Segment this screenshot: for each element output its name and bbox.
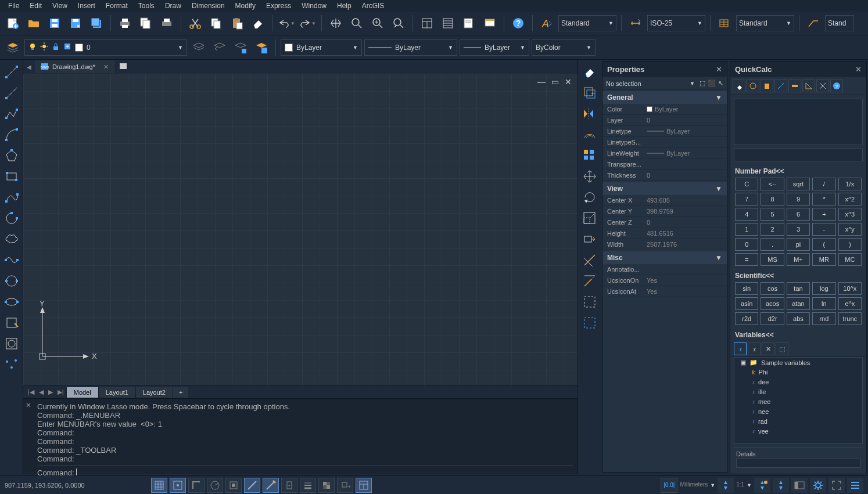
polar-toggle[interactable] (207, 478, 223, 493)
dynamic-input-toggle[interactable] (263, 478, 279, 493)
section-view[interactable]: View▼ (602, 182, 727, 195)
qc-history-button[interactable] (747, 80, 759, 92)
ray-tool[interactable] (2, 83, 21, 103)
menu-tools[interactable]: Tools (134, 1, 159, 11)
selection-combo[interactable]: No selection▼ ⬚ ⬛ ↖ (602, 77, 727, 90)
line-tool[interactable] (2, 62, 21, 82)
tab-prev-icon[interactable]: ◀ (23, 64, 35, 70)
grid-toggle[interactable] (151, 478, 167, 493)
pan-button[interactable] (327, 14, 345, 33)
numpad-label[interactable]: Number Pad<< (730, 165, 866, 178)
section-misc[interactable]: Misc▼ (602, 251, 727, 264)
extend-tool[interactable] (580, 271, 600, 291)
undo-button[interactable]: ▼ (277, 14, 296, 33)
calc-button[interactable]: + (812, 208, 835, 221)
polygon-tool[interactable] (2, 146, 21, 165)
calc-button[interactable]: 6 (787, 208, 810, 221)
command-window[interactable]: ✕ Currently in Window Lasso mode. Press … (23, 398, 578, 474)
layer-state-button[interactable] (189, 38, 208, 57)
scale-label[interactable]: 1:1 (736, 478, 744, 493)
var-delete-button[interactable]: ✕ (762, 342, 774, 355)
copy-tool[interactable]: + (580, 83, 600, 103)
tab-layout1[interactable]: Layout1 (98, 387, 135, 398)
tab-model[interactable]: Model (66, 387, 98, 398)
var-new-button[interactable]: 𝑥 (734, 342, 747, 355)
fillet-tool[interactable] (580, 313, 600, 333)
calc-button[interactable]: M+ (787, 253, 810, 266)
calc-button[interactable]: <-- (761, 178, 784, 190)
fullscreen-button[interactable] (828, 478, 845, 493)
hatch-tool[interactable] (2, 334, 21, 354)
calc-button[interactable]: atan (787, 297, 810, 310)
mleaderstyle-combo[interactable]: Stand (825, 15, 854, 31)
variables-list[interactable]: ▣📁Sample variables k Phi𝑥 dee𝑥 ille𝑥 mee… (734, 357, 863, 444)
calc-button[interactable]: MS (761, 253, 784, 266)
lwt-toggle[interactable]: + (281, 478, 297, 493)
calc-button[interactable]: 1 (735, 223, 758, 236)
calc-button[interactable]: cos (761, 282, 784, 295)
variable-row[interactable]: 𝑥 mee (734, 396, 862, 406)
restore-icon[interactable]: ▭ (551, 77, 559, 86)
polyline-tool[interactable] (2, 104, 21, 124)
circle-tool[interactable] (2, 271, 21, 291)
menu-express[interactable]: Express (261, 1, 296, 11)
linetype-combo[interactable]: ByLayer▼ (364, 39, 457, 56)
qc-angle-button[interactable] (802, 80, 815, 92)
calc-button[interactable]: x^y (838, 223, 862, 236)
zoom-window-button[interactable] (368, 14, 387, 33)
ellipse-tool[interactable] (2, 292, 21, 312)
scale-tool[interactable] (580, 208, 600, 228)
calc-button[interactable]: MR (812, 253, 835, 266)
selectall-icon[interactable]: ⬛ (708, 80, 716, 87)
open-button[interactable] (24, 14, 43, 33)
calc-button[interactable]: abs (787, 312, 810, 325)
vars-group-row[interactable]: ▣📁Sample variables (734, 358, 862, 367)
sheetset-button[interactable] (439, 14, 457, 33)
osnap-toggle[interactable] (225, 478, 242, 493)
menu-window[interactable]: Window (297, 1, 331, 11)
zoom-realtime-button[interactable] (347, 14, 366, 33)
zoom-previous-button[interactable] (389, 14, 408, 33)
tab-close-icon[interactable]: ✕ (103, 63, 109, 71)
calc-button[interactable]: tan (787, 282, 810, 295)
ortho-toggle[interactable] (188, 478, 205, 493)
cmd-close-icon[interactable]: ✕ (26, 401, 31, 409)
calc-button[interactable]: * (812, 193, 835, 205)
array-tool[interactable] (580, 146, 600, 165)
calc-button[interactable]: rnd (812, 312, 835, 325)
calc-button[interactable]: ( (812, 238, 835, 251)
dimstyle-combo[interactable]: ISO-25▼ (647, 15, 705, 31)
qc-distance-button[interactable] (788, 80, 801, 92)
otrack-toggle[interactable] (244, 478, 260, 493)
menu-format[interactable]: Format (101, 1, 132, 11)
scientific-label[interactable]: Scientific<< (730, 269, 866, 282)
quickcalc-input[interactable] (734, 149, 863, 161)
cut-button[interactable] (186, 14, 205, 33)
saveas-button[interactable] (66, 14, 85, 33)
var-edit-button[interactable]: 𝑥 (748, 342, 761, 355)
workspace-button[interactable] (791, 478, 808, 493)
annoscale-icon[interactable] (718, 478, 734, 493)
variable-row[interactable]: 𝑥 dee (734, 377, 862, 387)
calc-button[interactable]: x^2 (838, 193, 862, 205)
minimize-icon[interactable]: — (537, 77, 546, 86)
break-tool[interactable] (580, 292, 600, 312)
revcloud-tool[interactable] (2, 229, 21, 249)
lineweight-combo[interactable]: ByLayer▼ (460, 39, 529, 56)
calc-button[interactable]: sin (735, 282, 758, 295)
menu-edit[interactable]: Edit (25, 1, 46, 11)
calc-button[interactable]: 1/x (838, 178, 862, 190)
variables-label[interactable]: Variables<< (730, 329, 866, 341)
mleaderstyle-icon[interactable] (804, 14, 823, 33)
qc-help-button[interactable]: ? (830, 80, 843, 92)
file-tab[interactable]: DWG Drawing1.dwg* ✕ (35, 60, 114, 73)
calc-button[interactable]: d2r (761, 312, 784, 325)
help-button[interactable]: ? (509, 14, 528, 33)
menu-file[interactable]: File (3, 1, 24, 11)
redo-button[interactable]: ▼ (298, 14, 317, 33)
calc-button[interactable]: 10^x (838, 282, 862, 295)
variable-row[interactable]: 𝑥 vee (734, 426, 862, 436)
calc-button[interactable]: 9 (787, 193, 810, 205)
menu-help[interactable]: Help (332, 1, 356, 11)
calc-button[interactable]: sqrt (787, 178, 810, 190)
